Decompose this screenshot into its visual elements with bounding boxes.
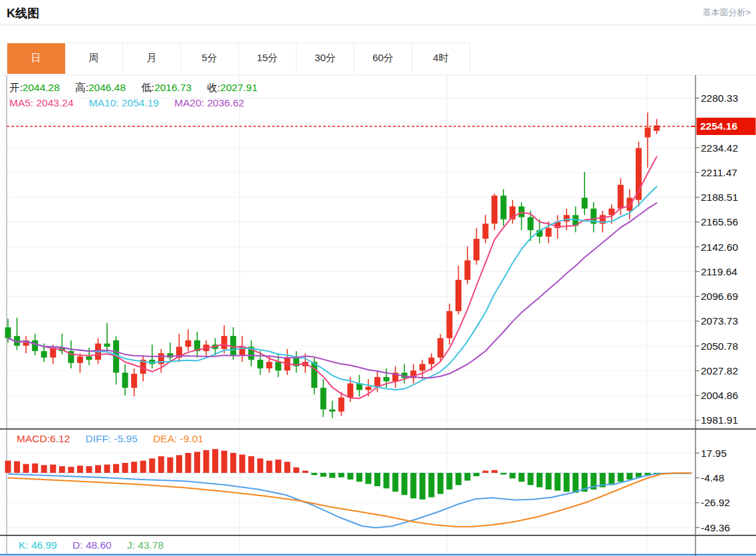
k-label: K:	[19, 539, 31, 551]
tab-5min[interactable]: 5分	[181, 43, 239, 74]
low-label: 低:	[141, 82, 154, 93]
ma20-value: 2036.62	[207, 97, 244, 108]
svg-text:2073.73: 2073.73	[701, 315, 738, 327]
macd-panel	[5, 449, 696, 527]
fundamental-analysis-link[interactable]: 基本面分析>	[702, 7, 751, 19]
price-axis: 2280.332234.422211.472188.512165.562142.…	[695, 75, 738, 556]
svg-text:2211.47: 2211.47	[701, 167, 737, 178]
svg-text:2165.56: 2165.56	[701, 216, 738, 227]
k-value: 46.99	[31, 539, 57, 551]
ma20-label: MA20:	[174, 97, 207, 108]
low-value: 2016.73	[154, 82, 191, 93]
tab-4hour[interactable]: 4时	[412, 43, 470, 74]
ma5-value: 2043.24	[36, 97, 73, 108]
dea-line	[8, 473, 692, 527]
dea-value: -9.01	[180, 433, 203, 444]
svg-text:2234.42: 2234.42	[701, 142, 738, 154]
svg-text:2096.69: 2096.69	[701, 291, 738, 302]
high-label: 高:	[75, 82, 88, 93]
close-label: 收:	[207, 82, 220, 93]
ma10-line	[8, 187, 657, 390]
j-label: J:	[127, 539, 138, 551]
tab-week[interactable]: 周	[65, 43, 123, 74]
ma5-label: MA5:	[9, 97, 36, 108]
svg-text:2050.78: 2050.78	[701, 341, 738, 352]
svg-text:2188.51: 2188.51	[701, 192, 738, 203]
tab-15min[interactable]: 15分	[239, 43, 297, 74]
ohlc-legend: 开:2044.28 高:2046.48 低:2016.73 收:2027.91	[9, 81, 270, 95]
kdj-legend: K: 46.99 D: 48.60 J: 43.78	[19, 539, 176, 551]
open-label: 开:	[9, 82, 23, 93]
svg-text:-26.92: -26.92	[701, 497, 730, 508]
high-value: 2046.48	[88, 82, 126, 93]
close-value: 2027.91	[220, 82, 257, 93]
dea-label: DEA:	[153, 433, 180, 444]
svg-text:2027.82: 2027.82	[701, 365, 738, 376]
diff-line	[8, 474, 692, 528]
open-value: 2044.28	[23, 82, 60, 93]
svg-text:-4.48: -4.48	[701, 472, 724, 484]
d-value: 48.60	[86, 539, 112, 551]
diff-value: -5.95	[114, 433, 138, 444]
diff-label: DIFF:	[85, 433, 114, 444]
j-value: 43.78	[138, 539, 164, 551]
macd-label: MACD:	[17, 433, 50, 444]
tab-60min[interactable]: 60分	[354, 43, 412, 74]
svg-text:2280.33: 2280.33	[701, 92, 738, 104]
tab-day[interactable]: 日	[7, 43, 65, 74]
svg-text:17.95: 17.95	[701, 448, 727, 459]
ma-legend: MA5: 2043.24 MA10: 2054.19 MA20: 2036.62	[9, 97, 257, 109]
page-title: K线图	[7, 5, 39, 21]
macd-legend: MACD:6.12 DIFF: -5.95 DEA: -9.01	[17, 433, 216, 445]
svg-text:1981.91: 1981.91	[701, 414, 738, 426]
period-tabbar: 日 周 月 5分 15分 30分 60分 4时	[7, 43, 470, 73]
svg-text:2142.60: 2142.60	[701, 241, 738, 253]
tab-30min[interactable]: 30分	[297, 43, 354, 74]
macd-value: 6.12	[50, 433, 70, 444]
svg-text:2004.86: 2004.86	[701, 390, 738, 401]
ma10-value: 2054.19	[122, 97, 159, 108]
svg-text:2254.16: 2254.16	[700, 120, 737, 132]
d-label: D:	[72, 539, 86, 551]
current-price-tag: 2254.16	[692, 118, 756, 135]
svg-text:-49.36: -49.36	[701, 522, 730, 533]
svg-text:2119.64: 2119.64	[701, 266, 737, 277]
candles-layer	[5, 112, 660, 418]
page-header: K线图 基本面分析>	[0, 0, 756, 25]
ma10-label: MA10:	[89, 97, 122, 108]
tab-month[interactable]: 月	[123, 43, 181, 74]
